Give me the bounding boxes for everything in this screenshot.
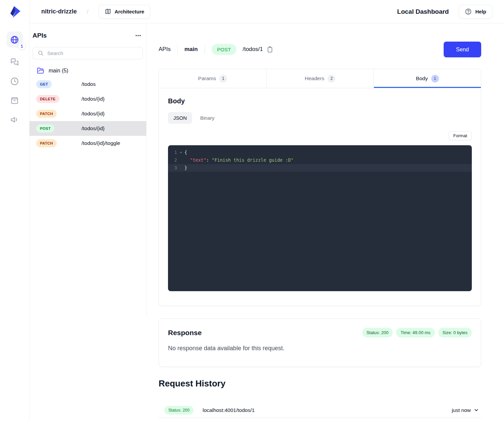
response-card: Response Status: 200 Time: 49.00 ms Size…	[159, 318, 481, 367]
help-button[interactable]: Help	[459, 5, 492, 19]
breadcrumb-separator: /	[87, 8, 89, 15]
clock-icon	[10, 77, 19, 86]
globe-icon	[10, 35, 19, 44]
code-string: "Finish this drizzle guide :D"	[212, 156, 293, 164]
api-group-label: main (5)	[49, 68, 68, 74]
mode-json-button[interactable]: JSON	[168, 112, 192, 124]
tab-count-badge: 2	[328, 75, 335, 83]
route-path: /todos/{id}	[81, 96, 105, 102]
body-section-title: Body	[168, 97, 472, 105]
route-path: /todos/{id}/toggle	[81, 140, 120, 146]
response-badges: Status: 200 Time: 49.00 ms Size: 0 bytes	[362, 328, 472, 337]
tab-count-badge: 1	[431, 75, 439, 83]
editor-line: 2 "text": "Finish this drizzle guide :D"	[168, 156, 472, 164]
tab-body[interactable]: Body 1	[374, 69, 481, 88]
sidebar-item-apis[interactable]: 1	[7, 32, 23, 48]
method-badge: PATCH	[36, 139, 57, 147]
help-icon	[465, 8, 472, 15]
search-box	[33, 47, 143, 59]
top-header: nitric-drizzle / Architecture Local Dash…	[30, 0, 504, 23]
method-badge: POST	[36, 124, 54, 133]
request-card: Params 1 Headers 2 Body 1 Body	[159, 69, 481, 306]
format-button[interactable]: Format	[449, 131, 472, 140]
copy-path-button[interactable]	[267, 46, 273, 53]
architecture-button[interactable]: Architecture	[99, 5, 150, 19]
route-path: /todos/{id}	[81, 111, 105, 117]
page-title: Local Dashboard	[397, 8, 449, 15]
status-badge: Status: 200	[362, 328, 393, 337]
request-method-badge: POST	[212, 44, 237, 55]
request-tabs: Params 1 Headers 2 Body 1	[159, 69, 481, 88]
archive-icon	[10, 96, 19, 105]
code-indent	[184, 156, 190, 164]
route-patch-todo-toggle[interactable]: PATCH /todos/{id}/toggle	[30, 136, 146, 151]
tab-label: Params	[198, 75, 216, 82]
architecture-label: Architecture	[115, 9, 144, 14]
clipboard-icon	[267, 46, 273, 53]
sidebar-item-topics[interactable]	[7, 115, 23, 124]
search-input[interactable]	[47, 50, 143, 56]
route-path: /todos/{id}	[81, 125, 105, 131]
apis-panel-title: APIs	[33, 32, 47, 39]
request-workspace: APIs main POST /todos/1 Send	[147, 23, 504, 422]
method-badge: GET	[36, 80, 52, 88]
editor-line: 1 {	[168, 149, 472, 156]
tab-headers[interactable]: Headers 2	[266, 69, 374, 88]
sidebar-item-websockets[interactable]	[7, 58, 23, 67]
folder-open-icon	[37, 67, 44, 74]
megaphone-icon	[10, 115, 19, 124]
body-mode-toggle: JSON Binary	[168, 112, 472, 124]
apis-panel: APIs main	[30, 23, 147, 316]
history-time-toggle[interactable]: just now	[452, 407, 479, 413]
code-text: }	[184, 164, 187, 172]
response-section-title: Response	[168, 329, 202, 337]
sidebar-item-schedules[interactable]	[7, 77, 23, 86]
editor-line-active: 3 }	[168, 164, 472, 172]
tab-count-badge: 1	[219, 75, 227, 83]
breadcrumb-apis: APIs	[159, 46, 171, 53]
help-label: Help	[475, 9, 486, 14]
chat-icon	[10, 58, 19, 67]
method-badge: PATCH	[36, 110, 57, 118]
icon-rail: 1	[0, 0, 30, 422]
route-path: /todos	[81, 81, 96, 87]
method-badge: DELETE	[36, 95, 59, 103]
project-name: nitric-drizzle	[41, 8, 77, 15]
json-body-editor[interactable]: 1 { 2 "text": "Finish this drizzle guide…	[168, 145, 472, 291]
history-entry[interactable]: Status: 200 localhost:4001/todos/1 just …	[159, 403, 481, 418]
api-group-main[interactable]: main (5)	[30, 65, 146, 77]
chevron-down-icon	[473, 407, 479, 413]
route-get-todos[interactable]: GET /todos	[30, 77, 146, 92]
line-number: 3	[172, 164, 177, 172]
route-post-todo[interactable]: POST /todos/{id}	[30, 121, 146, 136]
tab-label: Body	[416, 75, 428, 82]
request-history-title: Request History	[159, 378, 481, 389]
code-separator: :	[206, 156, 212, 164]
response-empty-message: No response data available for this requ…	[168, 345, 472, 352]
route-patch-todo[interactable]: PATCH /todos/{id}	[30, 106, 146, 121]
code-text: {	[184, 149, 187, 156]
request-bar: APIs main POST /todos/1 Send	[159, 41, 481, 57]
map-icon	[105, 8, 111, 15]
history-status-badge: Status: 200	[164, 406, 193, 415]
nitric-logo-icon	[8, 4, 22, 19]
search-icon	[38, 50, 44, 56]
send-button[interactable]: Send	[444, 42, 481, 57]
size-badge: Size: 0 bytes	[438, 328, 472, 337]
code-key: "text"	[190, 156, 206, 164]
tab-params[interactable]: Params 1	[159, 69, 266, 88]
breadcrumb-api-name: main	[184, 46, 198, 53]
time-badge: Time: 49.00 ms	[396, 328, 435, 337]
request-path: /todos/1	[242, 46, 263, 53]
app-root: 1 nitric-drizzle /	[0, 0, 504, 422]
divider	[177, 45, 178, 54]
panel-menu-button[interactable]	[133, 31, 143, 40]
apis-count-badge: 1	[18, 42, 26, 50]
sidebar-item-storage[interactable]	[7, 96, 23, 105]
route-delete-todo[interactable]: DELETE /todos/{id}	[30, 92, 146, 106]
history-url: localhost:4001/todos/1	[203, 407, 255, 413]
fold-chevron-icon[interactable]	[177, 151, 184, 154]
tab-label: Headers	[305, 75, 325, 82]
history-time-label: just now	[452, 407, 471, 413]
mode-binary-button[interactable]: Binary	[195, 112, 220, 124]
